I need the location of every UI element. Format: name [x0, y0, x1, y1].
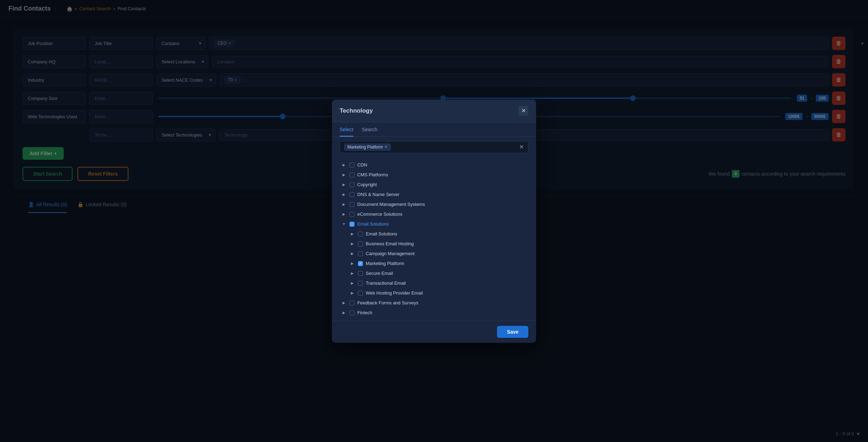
checkbox-marketing-platform[interactable]: ✓: [358, 261, 363, 266]
tree-item-docmgmt[interactable]: ▶ Document Management Systems: [340, 200, 528, 209]
technology-modal: Technology ✕ Select Search Marketing Pla…: [332, 100, 536, 343]
tree-item-email-solutions[interactable]: ▼ Email Solutions: [340, 219, 528, 229]
modal-header: Technology ✕: [332, 100, 536, 122]
modal-tab-search[interactable]: Search: [362, 127, 377, 137]
tree-item-secure-email[interactable]: ▶ Secure Email: [348, 269, 528, 278]
tree-label-marketing-platform: Marketing Platform: [366, 261, 404, 266]
chevron-fintech: ▶: [341, 310, 347, 316]
tree-label-docmgmt: Document Management Systems: [357, 202, 425, 207]
tree-item-biz-email[interactable]: ▶ Business Email Hosting: [348, 239, 528, 249]
chevron-campaign: ▶: [350, 251, 355, 257]
checkbox-ecommerce[interactable]: [350, 212, 354, 217]
chevron-transactional: ▶: [350, 280, 355, 286]
tree-label-feedback: Feedback Forms and Surveys: [357, 300, 418, 305]
modal-close-btn[interactable]: ✕: [518, 106, 528, 116]
chevron-cdn: ▶: [341, 162, 347, 168]
checkbox-webhosting-email[interactable]: [358, 291, 363, 296]
chevron-docmgmt: ▶: [341, 202, 347, 207]
search-tag-remove[interactable]: ✕: [384, 145, 388, 149]
search-tag-marketing-platform: Marketing Platform ✕: [344, 144, 391, 151]
tree-item-transactional[interactable]: ▶ Transactional Email: [348, 278, 528, 288]
checkbox-docmgmt[interactable]: [350, 202, 354, 207]
chevron-ecommerce: ▶: [341, 211, 347, 217]
chevron-feedback: ▶: [341, 300, 347, 306]
tree-label-biz-email: Business Email Hosting: [366, 241, 414, 246]
checkbox-cdn[interactable]: [350, 163, 354, 168]
tree-item-cms[interactable]: ▶ CMS Platforms: [340, 170, 528, 180]
checkbox-email-sol[interactable]: [358, 232, 363, 236]
checkbox-cms[interactable]: [350, 172, 354, 177]
chevron-email-sol: ▶: [350, 231, 355, 237]
tree-item-email-sol[interactable]: ▶ Email Solutions: [348, 229, 528, 239]
tree-label-secure-email: Secure Email: [366, 271, 393, 276]
chevron-dns: ▶: [341, 192, 347, 197]
tree-item-campaign[interactable]: ▶ Campaign Management: [348, 249, 528, 259]
checkbox-secure-email[interactable]: [358, 271, 363, 276]
modal-tree: ▶ CDN ▶ CMS Platforms ▶ Copyright ▶ DNS …: [332, 157, 536, 321]
tree-label-campaign: Campaign Management: [366, 251, 415, 256]
chevron-biz-email: ▶: [350, 241, 355, 247]
tree-item-fintech[interactable]: ▶ Fintech: [340, 308, 528, 318]
tree-label-email-sol: Email Solutions: [366, 231, 397, 236]
modal-overlay: Technology ✕ Select Search Marketing Pla…: [0, 0, 868, 442]
chevron-webhosting-email: ▶: [350, 290, 355, 296]
modal-search-bar: Marketing Platform ✕ ✕: [340, 141, 528, 153]
search-tag-label: Marketing Platform: [347, 145, 383, 150]
checkbox-biz-email[interactable]: [358, 241, 363, 246]
checkbox-dns[interactable]: [350, 192, 354, 197]
tree-item-webhosting-email[interactable]: ▶ Web Hosting Provider Email: [348, 288, 528, 298]
modal-footer: Save: [332, 321, 536, 343]
tree-label-cdn: CDN: [357, 162, 367, 168]
checkbox-fintech[interactable]: [350, 310, 354, 315]
modal-title: Technology: [340, 107, 373, 114]
email-solutions-children: ▶ Email Solutions ▶ Business Email Hosti…: [340, 229, 528, 298]
modal-tab-select[interactable]: Select: [340, 127, 353, 137]
tree-item-ecommerce[interactable]: ▶ eCommerce Solutions: [340, 209, 528, 219]
tree-label-email-solutions: Email Solutions: [357, 221, 389, 227]
chevron-secure-email: ▶: [350, 271, 355, 276]
save-btn[interactable]: Save: [497, 326, 528, 338]
tree-label-copyright: Copyright: [357, 182, 377, 187]
tree-item-dns[interactable]: ▶ DNS & Name Server: [340, 190, 528, 200]
chevron-email-solutions: ▼: [341, 221, 347, 227]
checkbox-campaign[interactable]: [358, 251, 363, 256]
tree-label-fintech: Fintech: [357, 310, 372, 315]
tree-item-feedback[interactable]: ▶ Feedback Forms and Surveys: [340, 298, 528, 308]
tree-label-transactional: Transactional Email: [366, 280, 406, 286]
modal-tabs: Select Search: [332, 122, 536, 137]
tree-item-copyright[interactable]: ▶ Copyright: [340, 180, 528, 190]
tree-label-dns: DNS & Name Server: [357, 192, 400, 197]
chevron-copyright: ▶: [341, 182, 347, 188]
chevron-cms: ▶: [341, 172, 347, 178]
checkbox-feedback[interactable]: [350, 301, 354, 305]
tree-label-ecommerce: eCommerce Solutions: [357, 211, 402, 217]
tree-label-webhosting-email: Web Hosting Provider Email: [366, 290, 423, 296]
checkbox-transactional[interactable]: [358, 281, 363, 286]
clear-search-btn[interactable]: ✕: [519, 144, 524, 150]
chevron-marketing-platform: ▶: [350, 261, 355, 266]
tree-label-cms: CMS Platforms: [357, 172, 388, 177]
tree-item-marketing-platform[interactable]: ▶ ✓ Marketing Platform: [348, 259, 528, 269]
checkbox-copyright[interactable]: [350, 182, 354, 187]
checkbox-email-solutions[interactable]: [350, 222, 354, 227]
tree-item-cdn[interactable]: ▶ CDN: [340, 160, 528, 170]
